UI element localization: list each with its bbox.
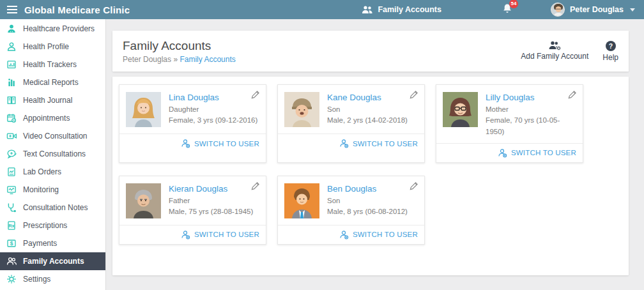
family-member-card: Kieran Douglas Father Male, 75 yrs (28-0… [119,176,266,245]
sidebar-item-lab-orders[interactable]: Lab Orders [0,163,105,181]
member-relation: Son [327,104,408,115]
sidebar-item-video-consultation[interactable]: Video Consultation [0,127,105,145]
medical-reports-icon [6,77,17,88]
sidebar-item-health-profile[interactable]: Health Profile [0,38,105,56]
edit-pencil-icon [568,90,577,99]
prescriptions-icon: Rx [6,220,17,231]
notifications-button[interactable]: 54 [502,3,512,17]
main-content: Family Accounts Peter Douglas » Family A… [106,19,644,290]
member-name-link[interactable]: Kane Douglas [327,93,408,102]
help-button[interactable]: ? Help [602,40,618,62]
sidebar-item-label: Health Profile [23,42,69,51]
sidebar-item-health-journal[interactable]: Health Journal [0,91,105,109]
sidebar-item-label: Prescriptions [23,221,67,230]
svg-text:?: ? [608,42,612,50]
settings-icon [6,274,17,284]
member-details: Female, 3 yrs (09-12-2016) [169,115,257,126]
edit-pencil-icon [410,90,418,99]
sidebar-item-label: Health Journal [23,96,72,105]
edit-member-button[interactable] [410,181,418,193]
page-header: Family Accounts Peter Douglas » Family A… [112,31,629,72]
member-photo [126,183,161,218]
sidebar-item-health-trackers[interactable]: Health Trackers [0,56,105,73]
add-family-account-icon [548,40,562,50]
sidebar-item-healthcare-providers[interactable]: Healthcare Providers [0,20,105,38]
switch-to-user-button[interactable]: SWITCH TO USER [181,139,259,148]
switch-user-icon [181,230,190,240]
breadcrumb-separator: » [173,55,178,64]
sidebar-item-label: Monitoring [23,185,59,194]
notification-badge: 54 [509,0,518,8]
help-icon: ? [605,40,617,52]
family-member-card: Ben Douglas Son Male, 8 yrs (06-08-2012)… [277,176,425,245]
family-member-card: Kane Douglas Son Male, 2 yrs (14-02-2018… [277,84,425,163]
edit-member-button[interactable] [410,90,418,102]
chevron-down-icon [630,8,635,11]
member-photo [126,92,161,127]
sidebar-item-label: Appointments [23,114,70,123]
family-group-icon [362,5,373,14]
switch-to-user-label: SWITCH TO USER [194,140,259,148]
sidebar-item-medical-reports[interactable]: Medical Reports [0,73,105,91]
breadcrumb-parent[interactable]: Peter Douglas [123,55,171,64]
lab-orders-icon [6,167,17,177]
sidebar-item-label: Text Consultations [23,149,86,158]
consultation-notes-icon [6,202,17,213]
cards-grid: Lina Douglas Daughter Female, 3 yrs (09-… [119,84,622,245]
sidebar-item-settings[interactable]: Settings [0,270,105,288]
edit-pencil-icon [251,181,260,190]
breadcrumb: Peter Douglas » Family Accounts [123,55,236,64]
family-accounts-panel: Lina Douglas Daughter Female, 3 yrs (09-… [112,77,629,275]
user-name: Peter Douglas [570,5,624,14]
switch-to-user-button[interactable]: SWITCH TO USER [498,148,576,158]
edit-member-button[interactable] [251,181,260,193]
edit-member-button[interactable] [251,90,260,102]
page-title: Family Accounts [123,38,236,54]
switch-user-icon [181,139,190,148]
sidebar-item-label: Settings [23,275,50,284]
appointments-icon [6,113,17,123]
sidebar-item-prescriptions[interactable]: Rx Prescriptions [0,217,105,234]
switch-to-user-button[interactable]: SWITCH TO USER [339,230,418,240]
user-menu[interactable]: Peter Douglas [551,3,635,17]
add-family-account-button[interactable]: Add Family Account [521,40,588,61]
switch-to-user-label: SWITCH TO USER [353,231,418,238]
member-name-link[interactable]: Kieran Douglas [169,184,253,194]
switch-user-icon [339,230,349,240]
sidebar-item-consultation-notes[interactable]: Consultation Notes [0,199,105,217]
member-photo [284,183,319,218]
topbar-section-label: Family Accounts [378,5,441,14]
health-journal-icon [6,95,17,105]
breadcrumb-current[interactable]: Family Accounts [180,55,235,64]
member-details: Female, 70 yrs (10-05-1950) [486,115,576,137]
member-relation: Son [327,195,408,206]
video-consultation-icon [6,131,17,141]
switch-to-user-button[interactable]: SWITCH TO USER [181,230,259,240]
member-details: Male, 2 yrs (14-02-2018) [327,115,408,126]
sidebar-item-text-consultations[interactable]: Text Consultations [0,145,105,163]
family-member-card: Lilly Douglas Mother Female, 70 yrs (10-… [436,84,583,163]
member-name-link[interactable]: Lina Douglas [169,93,257,102]
edit-member-button[interactable] [568,90,577,102]
member-relation: Mother [486,104,576,115]
sidebar-item-appointments[interactable]: Appointments [0,109,105,127]
monitoring-icon [6,185,17,195]
sidebar-item-monitoring[interactable]: Monitoring [0,181,105,199]
topbar-family-accounts-link[interactable]: Family Accounts [362,5,441,14]
sidebar: Healthcare Providers Health Profile Heal… [0,19,106,290]
hamburger-icon [7,6,17,13]
switch-user-icon [339,139,349,148]
sidebar-item-label: Consultation Notes [23,203,88,212]
switch-to-user-button[interactable]: SWITCH TO USER [339,139,418,148]
member-photo [443,92,478,127]
member-name-link[interactable]: Ben Douglas [327,184,408,194]
text-consultations-icon [6,149,17,159]
sidebar-item-label: Health Trackers [23,60,77,69]
sidebar-item-payments[interactable]: $ Payments [0,234,105,252]
menu-toggle-button[interactable] [0,6,24,13]
payments-icon: $ [6,238,17,248]
sidebar-item-label: Family Accounts [23,257,84,266]
sidebar-item-family-accounts[interactable]: Family Accounts [0,252,105,270]
user-avatar [551,3,565,17]
member-name-link[interactable]: Lilly Douglas [486,93,576,102]
